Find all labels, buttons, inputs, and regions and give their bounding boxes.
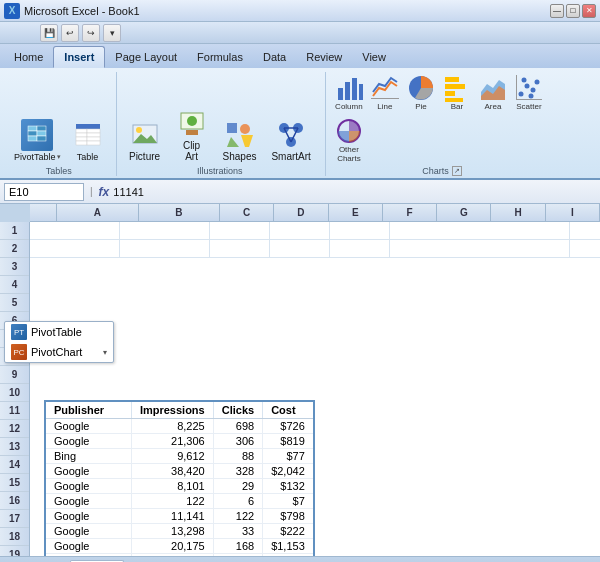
- row-header-13[interactable]: 13: [0, 438, 29, 456]
- window-controls[interactable]: — □ ✕: [550, 4, 596, 18]
- row-header-2[interactable]: 2: [0, 240, 29, 258]
- table-row[interactable]: Bing9,61288$77: [46, 449, 313, 464]
- table-cell[interactable]: 88: [213, 449, 262, 464]
- tab-data[interactable]: Data: [253, 46, 296, 68]
- table-row[interactable]: Google1226$7: [46, 494, 313, 509]
- table-cell[interactable]: Bing: [46, 449, 131, 464]
- table-cell[interactable]: $222: [263, 524, 313, 539]
- table-cell[interactable]: 11,141: [131, 509, 213, 524]
- row-header-9[interactable]: 9: [0, 366, 29, 384]
- table-cell[interactable]: Google: [46, 419, 131, 434]
- table-cell[interactable]: Google: [46, 524, 131, 539]
- row-header-18[interactable]: 18: [0, 528, 29, 546]
- table-cell[interactable]: $819: [263, 434, 313, 449]
- col-header-impressions[interactable]: Impressions: [131, 402, 213, 419]
- table-cell[interactable]: Google: [46, 494, 131, 509]
- minimize-button[interactable]: —: [550, 4, 564, 18]
- tab-insert[interactable]: Insert: [53, 46, 105, 68]
- area-chart-button[interactable]: Area: [476, 72, 510, 113]
- table-cell[interactable]: Google: [46, 479, 131, 494]
- table-cell[interactable]: 38,420: [131, 464, 213, 479]
- smartart-button[interactable]: SmartArt: [265, 117, 316, 164]
- save-quick-button[interactable]: 💾: [40, 24, 58, 42]
- table-cell[interactable]: 8,101: [131, 479, 213, 494]
- row-header-12[interactable]: 12: [0, 420, 29, 438]
- other-charts-button[interactable]: OtherCharts: [332, 115, 366, 165]
- bar-chart-button[interactable]: Bar: [440, 72, 474, 113]
- table-cell[interactable]: 328: [213, 464, 262, 479]
- table-row[interactable]: Google20,175168$1,153: [46, 539, 313, 554]
- table-row[interactable]: Google8,225698$726: [46, 419, 313, 434]
- col-header-f[interactable]: F: [383, 204, 437, 221]
- col-header-a[interactable]: A: [57, 204, 138, 221]
- table-cell[interactable]: 33: [213, 524, 262, 539]
- tab-formulas[interactable]: Formulas: [187, 46, 253, 68]
- row-header-17[interactable]: 17: [0, 510, 29, 528]
- table-cell[interactable]: Google: [46, 464, 131, 479]
- col-header-cost[interactable]: Cost: [263, 402, 313, 419]
- table-cell[interactable]: $132: [263, 479, 313, 494]
- line-chart-button[interactable]: Line: [368, 72, 402, 113]
- pivot-panel-chart[interactable]: PC PivotChart ▾: [5, 342, 113, 362]
- table-row[interactable]: Google13,29833$222: [46, 524, 313, 539]
- col-header-c[interactable]: C: [220, 204, 274, 221]
- tab-review[interactable]: Review: [296, 46, 352, 68]
- table-cell[interactable]: Google: [46, 539, 131, 554]
- col-header-h[interactable]: H: [491, 204, 545, 221]
- table-cell[interactable]: 698: [213, 419, 262, 434]
- pivottable-button[interactable]: PivotTable ▾: [10, 117, 65, 164]
- col-header-b[interactable]: B: [139, 204, 220, 221]
- tab-home[interactable]: Home: [4, 46, 53, 68]
- name-box[interactable]: E10: [4, 183, 84, 201]
- table-cell[interactable]: $798: [263, 509, 313, 524]
- table-cell[interactable]: Google: [46, 434, 131, 449]
- pivot-panel-table[interactable]: PT PivotTable: [5, 322, 113, 342]
- table-cell[interactable]: $77: [263, 449, 313, 464]
- table-cell[interactable]: 9,612: [131, 449, 213, 464]
- column-chart-button[interactable]: Column: [332, 72, 366, 113]
- row-header-3[interactable]: 3: [0, 258, 29, 276]
- table-cell[interactable]: 122: [213, 509, 262, 524]
- row-header-14[interactable]: 14: [0, 456, 29, 474]
- col-header-publisher[interactable]: Publisher: [46, 402, 131, 419]
- pivottable-dropdown-arrow[interactable]: ▾: [57, 153, 61, 161]
- table-cell[interactable]: 306: [213, 434, 262, 449]
- table-button[interactable]: Table: [68, 118, 108, 164]
- table-cell[interactable]: 122: [131, 494, 213, 509]
- col-header-e[interactable]: E: [329, 204, 383, 221]
- table-row[interactable]: Google8,10129$132: [46, 479, 313, 494]
- pie-chart-button[interactable]: Pie: [404, 72, 438, 113]
- table-cell[interactable]: $7: [263, 494, 313, 509]
- row-header-11[interactable]: 11: [0, 402, 29, 420]
- table-cell[interactable]: 6: [213, 494, 262, 509]
- row-header-4[interactable]: 4: [0, 276, 29, 294]
- col-header-d[interactable]: D: [274, 204, 328, 221]
- qa-dropdown-button[interactable]: ▾: [103, 24, 121, 42]
- col-header-clicks[interactable]: Clicks: [213, 402, 262, 419]
- tab-pagelayout[interactable]: Page Layout: [105, 46, 187, 68]
- table-cell[interactable]: $2,042: [263, 464, 313, 479]
- table-cell[interactable]: 20,175: [131, 539, 213, 554]
- clipart-button[interactable]: ClipArt: [170, 106, 214, 164]
- table-cell[interactable]: $726: [263, 419, 313, 434]
- tab-view[interactable]: View: [352, 46, 396, 68]
- table-row[interactable]: Google38,420328$2,042: [46, 464, 313, 479]
- table-cell[interactable]: 29: [213, 479, 262, 494]
- table-cell[interactable]: $1,153: [263, 539, 313, 554]
- table-cell[interactable]: 168: [213, 539, 262, 554]
- table-row[interactable]: Google21,306306$819: [46, 434, 313, 449]
- maximize-button[interactable]: □: [566, 4, 580, 18]
- row-header-1[interactable]: 1: [0, 222, 29, 240]
- col-header-g[interactable]: G: [437, 204, 491, 221]
- shapes-button[interactable]: Shapes: [217, 117, 263, 164]
- redo-button[interactable]: ↪: [82, 24, 100, 42]
- table-cell[interactable]: 13,298: [131, 524, 213, 539]
- row-header-10[interactable]: 10: [0, 384, 29, 402]
- col-header-i[interactable]: I: [546, 204, 600, 221]
- table-cell[interactable]: 8,225: [131, 419, 213, 434]
- row-header-16[interactable]: 16: [0, 492, 29, 510]
- row-header-5[interactable]: 5: [0, 294, 29, 312]
- scatter-chart-button[interactable]: Scatter: [512, 72, 546, 113]
- row-header-15[interactable]: 15: [0, 474, 29, 492]
- table-cell[interactable]: Google: [46, 509, 131, 524]
